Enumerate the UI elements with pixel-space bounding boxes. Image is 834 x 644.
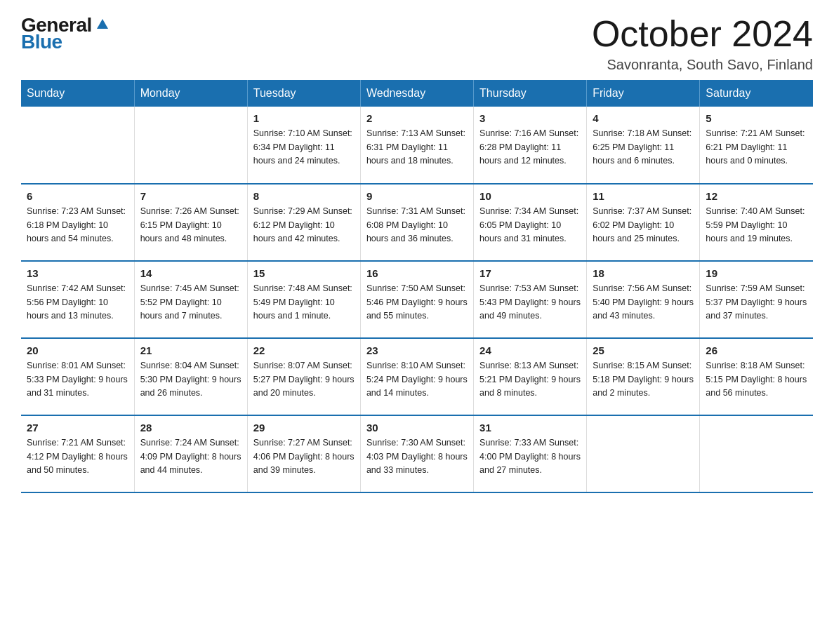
- day-info: Sunrise: 7:45 AM Sunset: 5:52 PM Dayligh…: [140, 282, 241, 323]
- day-info: Sunrise: 7:34 AM Sunset: 6:05 PM Dayligh…: [479, 205, 581, 246]
- day-info: Sunrise: 7:27 AM Sunset: 4:06 PM Dayligh…: [253, 436, 355, 477]
- svg-marker-0: [97, 19, 108, 29]
- day-info: Sunrise: 7:53 AM Sunset: 5:43 PM Dayligh…: [479, 282, 581, 323]
- day-cell: 23Sunrise: 8:10 AM Sunset: 5:24 PM Dayli…: [360, 338, 473, 415]
- day-info: Sunrise: 7:37 AM Sunset: 6:02 PM Dayligh…: [593, 205, 694, 246]
- day-cell: 26Sunrise: 8:18 AM Sunset: 5:15 PM Dayli…: [700, 338, 813, 415]
- day-cell: 24Sunrise: 8:13 AM Sunset: 5:21 PM Dayli…: [474, 338, 587, 415]
- day-number: 23: [366, 344, 468, 356]
- day-number: 30: [366, 422, 468, 434]
- page-header: General Blue October 2024 Savonranta, So…: [21, 14, 813, 73]
- day-number: 29: [253, 422, 355, 434]
- day-number: 6: [27, 190, 128, 202]
- day-number: 4: [593, 112, 694, 124]
- day-info: Sunrise: 8:13 AM Sunset: 5:21 PM Dayligh…: [479, 359, 581, 400]
- day-cell: 5Sunrise: 7:21 AM Sunset: 6:21 PM Daylig…: [700, 107, 813, 184]
- day-cell: 13Sunrise: 7:42 AM Sunset: 5:56 PM Dayli…: [21, 261, 134, 338]
- day-number: 26: [706, 344, 807, 356]
- day-number: 17: [479, 267, 581, 279]
- day-info: Sunrise: 7:18 AM Sunset: 6:25 PM Dayligh…: [593, 127, 694, 168]
- week-row-3: 13Sunrise: 7:42 AM Sunset: 5:56 PM Dayli…: [21, 261, 813, 338]
- day-info: Sunrise: 7:16 AM Sunset: 6:28 PM Dayligh…: [479, 127, 581, 168]
- day-info: Sunrise: 7:29 AM Sunset: 6:12 PM Dayligh…: [253, 205, 355, 246]
- day-cell: 22Sunrise: 8:07 AM Sunset: 5:27 PM Dayli…: [247, 338, 360, 415]
- day-info: Sunrise: 8:04 AM Sunset: 5:30 PM Dayligh…: [140, 359, 241, 400]
- day-info: Sunrise: 8:10 AM Sunset: 5:24 PM Dayligh…: [366, 359, 468, 400]
- day-number: 31: [479, 422, 581, 434]
- day-cell: 30Sunrise: 7:30 AM Sunset: 4:03 PM Dayli…: [360, 415, 473, 492]
- day-cell: 2Sunrise: 7:13 AM Sunset: 6:31 PM Daylig…: [360, 107, 473, 184]
- day-cell: [587, 415, 700, 492]
- day-number: 10: [479, 190, 581, 202]
- day-info: Sunrise: 7:10 AM Sunset: 6:34 PM Dayligh…: [253, 127, 355, 168]
- day-number: 14: [140, 267, 241, 279]
- header-cell-thursday: Thursday: [474, 80, 587, 107]
- day-info: Sunrise: 7:23 AM Sunset: 6:18 PM Dayligh…: [27, 205, 128, 246]
- day-cell: 3Sunrise: 7:16 AM Sunset: 6:28 PM Daylig…: [474, 107, 587, 184]
- day-number: 22: [253, 344, 355, 356]
- day-info: Sunrise: 7:59 AM Sunset: 5:37 PM Dayligh…: [706, 282, 807, 323]
- day-cell: 9Sunrise: 7:31 AM Sunset: 6:08 PM Daylig…: [360, 184, 473, 261]
- calendar-table: SundayMondayTuesdayWednesdayThursdayFrid…: [21, 80, 813, 493]
- day-info: Sunrise: 7:21 AM Sunset: 6:21 PM Dayligh…: [706, 127, 807, 168]
- header-row: SundayMondayTuesdayWednesdayThursdayFrid…: [21, 80, 813, 107]
- calendar-header: SundayMondayTuesdayWednesdayThursdayFrid…: [21, 80, 813, 107]
- day-number: 27: [27, 422, 128, 434]
- day-number: 3: [479, 112, 581, 124]
- day-info: Sunrise: 8:07 AM Sunset: 5:27 PM Dayligh…: [253, 359, 355, 400]
- day-cell: 28Sunrise: 7:24 AM Sunset: 4:09 PM Dayli…: [134, 415, 247, 492]
- day-number: 28: [140, 422, 241, 434]
- day-cell: 10Sunrise: 7:34 AM Sunset: 6:05 PM Dayli…: [474, 184, 587, 261]
- day-info: Sunrise: 7:50 AM Sunset: 5:46 PM Dayligh…: [366, 282, 468, 323]
- header-cell-monday: Monday: [134, 80, 247, 107]
- day-info: Sunrise: 8:01 AM Sunset: 5:33 PM Dayligh…: [27, 359, 128, 400]
- day-info: Sunrise: 7:30 AM Sunset: 4:03 PM Dayligh…: [366, 436, 468, 477]
- header-cell-saturday: Saturday: [700, 80, 813, 107]
- location: Savonranta, South Savo, Finland: [592, 57, 813, 73]
- day-number: 1: [253, 112, 355, 124]
- week-row-5: 27Sunrise: 7:21 AM Sunset: 4:12 PM Dayli…: [21, 415, 813, 492]
- day-cell: 17Sunrise: 7:53 AM Sunset: 5:43 PM Dayli…: [474, 261, 587, 338]
- day-cell: [134, 107, 247, 184]
- day-cell: 8Sunrise: 7:29 AM Sunset: 6:12 PM Daylig…: [247, 184, 360, 261]
- day-cell: 1Sunrise: 7:10 AM Sunset: 6:34 PM Daylig…: [247, 107, 360, 184]
- day-info: Sunrise: 8:15 AM Sunset: 5:18 PM Dayligh…: [593, 359, 694, 400]
- day-cell: 11Sunrise: 7:37 AM Sunset: 6:02 PM Dayli…: [587, 184, 700, 261]
- day-cell: 27Sunrise: 7:21 AM Sunset: 4:12 PM Dayli…: [21, 415, 134, 492]
- day-number: 8: [253, 190, 355, 202]
- day-number: 11: [593, 190, 694, 202]
- day-cell: 6Sunrise: 7:23 AM Sunset: 6:18 PM Daylig…: [21, 184, 134, 261]
- day-cell: 29Sunrise: 7:27 AM Sunset: 4:06 PM Dayli…: [247, 415, 360, 492]
- day-info: Sunrise: 8:18 AM Sunset: 5:15 PM Dayligh…: [706, 359, 807, 400]
- day-cell: 31Sunrise: 7:33 AM Sunset: 4:00 PM Dayli…: [474, 415, 587, 492]
- day-number: 20: [27, 344, 128, 356]
- day-info: Sunrise: 7:33 AM Sunset: 4:00 PM Dayligh…: [479, 436, 581, 477]
- header-cell-wednesday: Wednesday: [360, 80, 473, 107]
- day-number: 19: [706, 267, 807, 279]
- day-cell: 20Sunrise: 8:01 AM Sunset: 5:33 PM Dayli…: [21, 338, 134, 415]
- day-info: Sunrise: 7:56 AM Sunset: 5:40 PM Dayligh…: [593, 282, 694, 323]
- day-cell: 12Sunrise: 7:40 AM Sunset: 5:59 PM Dayli…: [700, 184, 813, 261]
- day-cell: 7Sunrise: 7:26 AM Sunset: 6:15 PM Daylig…: [134, 184, 247, 261]
- week-row-2: 6Sunrise: 7:23 AM Sunset: 6:18 PM Daylig…: [21, 184, 813, 261]
- day-number: 16: [366, 267, 468, 279]
- day-info: Sunrise: 7:40 AM Sunset: 5:59 PM Dayligh…: [706, 205, 807, 246]
- week-row-4: 20Sunrise: 8:01 AM Sunset: 5:33 PM Dayli…: [21, 338, 813, 415]
- day-info: Sunrise: 7:24 AM Sunset: 4:09 PM Dayligh…: [140, 436, 241, 477]
- day-cell: 14Sunrise: 7:45 AM Sunset: 5:52 PM Dayli…: [134, 261, 247, 338]
- day-info: Sunrise: 7:13 AM Sunset: 6:31 PM Dayligh…: [366, 127, 468, 168]
- logo-blue-text: Blue: [21, 31, 62, 53]
- day-number: 18: [593, 267, 694, 279]
- day-cell: 21Sunrise: 8:04 AM Sunset: 5:30 PM Dayli…: [134, 338, 247, 415]
- title-section: October 2024 Savonranta, South Savo, Fin…: [592, 14, 813, 73]
- day-number: 7: [140, 190, 241, 202]
- week-row-1: 1Sunrise: 7:10 AM Sunset: 6:34 PM Daylig…: [21, 107, 813, 184]
- day-info: Sunrise: 7:42 AM Sunset: 5:56 PM Dayligh…: [27, 282, 128, 323]
- logo-triangle-icon: [95, 16, 110, 32]
- day-number: 9: [366, 190, 468, 202]
- day-number: 24: [479, 344, 581, 356]
- day-cell: 18Sunrise: 7:56 AM Sunset: 5:40 PM Dayli…: [587, 261, 700, 338]
- day-cell: 19Sunrise: 7:59 AM Sunset: 5:37 PM Dayli…: [700, 261, 813, 338]
- day-number: 15: [253, 267, 355, 279]
- header-cell-tuesday: Tuesday: [247, 80, 360, 107]
